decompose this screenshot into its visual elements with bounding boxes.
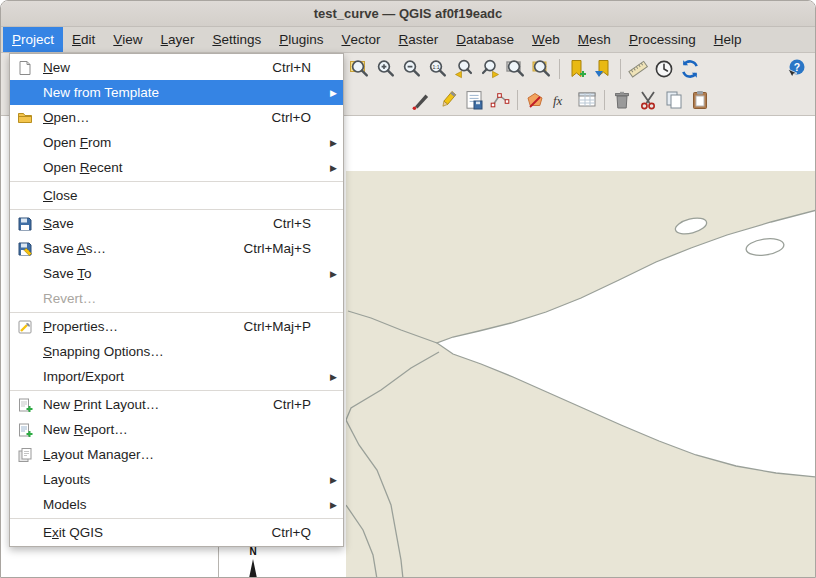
copy-features-button[interactable] bbox=[661, 87, 687, 113]
new-bookmark-icon bbox=[566, 58, 588, 80]
menu-item-label: Layouts bbox=[43, 472, 299, 487]
menubar-item-edit[interactable]: Edit bbox=[63, 27, 104, 52]
zoom-layer-button[interactable] bbox=[503, 56, 529, 82]
project-menu-item-layouts[interactable]: Layouts▶ bbox=[10, 467, 343, 492]
zoom-selection-button[interactable] bbox=[529, 56, 555, 82]
zoom-native-icon: 1:1 bbox=[427, 58, 449, 80]
zoom-full-button[interactable] bbox=[347, 56, 373, 82]
submenu-arrow-icon: ▶ bbox=[325, 138, 337, 148]
zoom-last-button[interactable] bbox=[451, 56, 477, 82]
show-bookmarks-icon bbox=[592, 58, 614, 80]
project-menu-item-new-report[interactable]: New Report… bbox=[10, 417, 343, 442]
project-menu-item-models[interactable]: Models▶ bbox=[10, 492, 343, 517]
menu-item-label: Open… bbox=[43, 110, 260, 125]
titlebar: test_curve — QGIS af0f19eadc bbox=[1, 1, 815, 27]
menu-item-shortcut: Ctrl+O bbox=[272, 110, 311, 125]
project-menu-item-layout-manager[interactable]: Layout Manager… bbox=[10, 442, 343, 467]
measure-button[interactable] bbox=[625, 56, 651, 82]
menu-separator bbox=[10, 518, 343, 519]
project-menu-item-open[interactable]: Open…Ctrl+O bbox=[10, 105, 343, 130]
vertex-tool-button[interactable] bbox=[487, 87, 513, 113]
open-folder-icon bbox=[17, 110, 43, 126]
paste-features-button[interactable] bbox=[687, 87, 713, 113]
advanced-digitizing-button[interactable] bbox=[409, 87, 435, 113]
project-menu-item-close[interactable]: Close bbox=[10, 183, 343, 208]
menubar-item-database[interactable]: Database bbox=[447, 27, 523, 52]
submenu-arrow-icon: ▶ bbox=[325, 163, 337, 173]
svg-text:fx: fx bbox=[553, 92, 563, 107]
refresh-icon bbox=[679, 58, 701, 80]
new-project-icon bbox=[17, 60, 43, 76]
project-menu-item-exit-qgis[interactable]: Exit QGISCtrl+Q bbox=[10, 520, 343, 545]
menu-separator bbox=[10, 312, 343, 313]
project-menu-item-new-from-template[interactable]: New from Template▶ bbox=[10, 80, 343, 105]
menu-item-label: Import/Export bbox=[43, 369, 299, 384]
toolbar-separator bbox=[559, 59, 560, 79]
expression-button[interactable]: fx bbox=[548, 87, 574, 113]
menu-item-label: New bbox=[43, 60, 260, 75]
project-menu-item-new[interactable]: NewCtrl+N bbox=[10, 55, 343, 80]
zoom-in-button[interactable] bbox=[373, 56, 399, 82]
project-menu-item-new-print-layout[interactable]: New Print Layout…Ctrl+P bbox=[10, 392, 343, 417]
menubar-item-vector[interactable]: Vector bbox=[332, 27, 389, 52]
project-menu-item-snapping-options[interactable]: Snapping Options… bbox=[10, 339, 343, 364]
menu-item-label: Save bbox=[43, 216, 261, 231]
menubar-item-project[interactable]: Project bbox=[3, 27, 63, 52]
zoom-out-button[interactable] bbox=[399, 56, 425, 82]
vertex-tool-icon bbox=[489, 89, 511, 111]
new-bookmark-button[interactable] bbox=[564, 56, 590, 82]
zoom-next-icon bbox=[479, 58, 501, 80]
menubar-item-view[interactable]: View bbox=[104, 27, 151, 52]
save-edits-button[interactable] bbox=[461, 87, 487, 113]
menubar: ProjectEditViewLayerSettingsPluginsVecto… bbox=[1, 27, 815, 53]
delete-selected-button[interactable] bbox=[609, 87, 635, 113]
show-bookmarks-button[interactable] bbox=[590, 56, 616, 82]
zoom-native-button[interactable]: 1:1 bbox=[425, 56, 451, 82]
submenu-arrow-icon: ▶ bbox=[325, 372, 337, 382]
project-menu-item-revert[interactable]: Revert… bbox=[10, 286, 343, 311]
menu-separator bbox=[10, 181, 343, 182]
menubar-item-processing[interactable]: Processing bbox=[620, 27, 705, 52]
cut-features-button[interactable] bbox=[635, 87, 661, 113]
north-arrow-label: N bbox=[244, 546, 262, 558]
menubar-item-settings[interactable]: Settings bbox=[203, 27, 270, 52]
delete-selected-icon bbox=[611, 89, 633, 111]
svg-text:?: ? bbox=[794, 60, 800, 72]
menubar-item-raster[interactable]: Raster bbox=[390, 27, 448, 52]
zoom-in-icon bbox=[375, 58, 397, 80]
project-menu-item-open-recent[interactable]: Open Recent▶ bbox=[10, 155, 343, 180]
delete-part-button[interactable] bbox=[522, 87, 548, 113]
menu-separator bbox=[10, 209, 343, 210]
layout-manager-icon bbox=[17, 447, 43, 463]
expression-icon: fx bbox=[550, 89, 572, 111]
menubar-item-mesh[interactable]: Mesh bbox=[569, 27, 620, 52]
edit-attributes-button[interactable] bbox=[574, 87, 600, 113]
menubar-item-layer[interactable]: Layer bbox=[152, 27, 204, 52]
new-report-icon bbox=[17, 422, 43, 438]
project-menu-item-save-as[interactable]: Save As…Ctrl+Maj+S bbox=[10, 236, 343, 261]
menubar-item-help[interactable]: Help bbox=[705, 27, 751, 52]
menu-separator bbox=[10, 390, 343, 391]
menu-item-label: Close bbox=[43, 188, 299, 203]
project-menu-item-save-to[interactable]: Save To▶ bbox=[10, 261, 343, 286]
refresh-button[interactable] bbox=[677, 56, 703, 82]
menu-item-shortcut: Ctrl+Q bbox=[272, 525, 311, 540]
temporal-controller-icon bbox=[653, 58, 675, 80]
project-menu-item-save[interactable]: SaveCtrl+S bbox=[10, 211, 343, 236]
save-icon bbox=[17, 216, 43, 232]
properties-icon bbox=[17, 319, 43, 335]
zoom-next-button[interactable] bbox=[477, 56, 503, 82]
context-help-button[interactable]: ? bbox=[783, 56, 809, 82]
qgis-window: test_curve — QGIS af0f19eadc ProjectEdit… bbox=[0, 0, 816, 578]
toggle-editing-button[interactable] bbox=[435, 87, 461, 113]
project-menu-item-properties[interactable]: Properties…Ctrl+Maj+P bbox=[10, 314, 343, 339]
project-menu-item-open-from[interactable]: Open From▶ bbox=[10, 130, 343, 155]
menubar-item-web[interactable]: Web bbox=[523, 27, 569, 52]
menu-item-label: Exit QGIS bbox=[43, 525, 260, 540]
project-menu-item-import-export[interactable]: Import/Export▶ bbox=[10, 364, 343, 389]
toggle-editing-icon bbox=[437, 89, 459, 111]
menu-item-shortcut: Ctrl+Maj+P bbox=[243, 319, 311, 334]
save-edits-icon bbox=[463, 89, 485, 111]
menubar-item-plugins[interactable]: Plugins bbox=[270, 27, 332, 52]
temporal-controller-button[interactable] bbox=[651, 56, 677, 82]
